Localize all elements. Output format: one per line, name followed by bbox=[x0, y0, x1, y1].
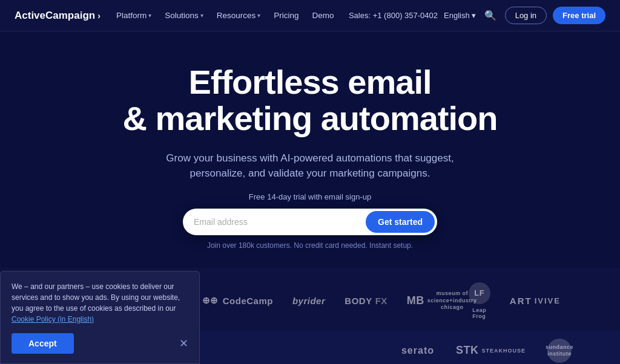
cookie-actions: Accept ✕ bbox=[12, 333, 188, 354]
nav-item-solutions[interactable]: Solutions ▾ bbox=[159, 7, 209, 24]
cookie-close-button[interactable]: ✕ bbox=[179, 337, 188, 350]
navbar: ActiveCampaign › Platform ▾ Solutions ▾ … bbox=[0, 0, 620, 31]
cookie-banner: We – and our partners – use cookies to d… bbox=[0, 271, 200, 364]
chevron-down-icon: ▾ bbox=[200, 12, 203, 19]
cookie-policy-link[interactable]: Cookie Policy (in English) bbox=[12, 315, 94, 323]
join-text: Join over 180k customers. No credit card… bbox=[12, 241, 608, 250]
cookie-text: We – and our partners – use cookies to d… bbox=[12, 281, 188, 325]
nav-links: Platform ▾ Solutions ▾ Resources ▾ Prici… bbox=[110, 7, 346, 24]
logo-arrow: › bbox=[97, 11, 101, 21]
logo-serato: serato bbox=[401, 345, 434, 356]
nav-item-demo[interactable]: Demo bbox=[306, 7, 340, 24]
nav-item-platform[interactable]: Platform ▾ bbox=[110, 7, 157, 24]
nav-right: Sales: +1 (800) 357-0402 English ▾ 🔍 Log… bbox=[349, 7, 605, 24]
logo-stk: STK STEAKHOUSE bbox=[456, 344, 526, 357]
language-selector[interactable]: English ▾ bbox=[444, 11, 476, 20]
email-form: Get started bbox=[183, 209, 437, 235]
chevron-down-icon: ▾ bbox=[148, 12, 151, 19]
get-started-button[interactable]: Get started bbox=[366, 211, 435, 233]
hero-section: Effortless email & marketing automation … bbox=[0, 31, 620, 268]
trial-label: Free 14-day trial with email sign-up bbox=[12, 192, 608, 201]
sales-number: Sales: +1 (800) 357-0402 bbox=[349, 11, 438, 20]
login-button[interactable]: Log in bbox=[505, 7, 547, 24]
logo-museum: MB museum ofscience+industrychicago bbox=[407, 290, 449, 311]
logo[interactable]: ActiveCampaign › bbox=[15, 10, 101, 22]
search-icon[interactable]: 🔍 bbox=[482, 7, 499, 24]
logo-artivive: ARTIVIVE bbox=[510, 296, 561, 306]
email-input[interactable] bbox=[194, 213, 366, 230]
hero-subtext: Grow your business with AI-powered autom… bbox=[165, 151, 455, 181]
logo-byrider: byrider bbox=[292, 296, 325, 306]
logo-codecamp: ⊕⊕CodeCamp bbox=[202, 295, 273, 306]
nav-item-pricing[interactable]: Pricing bbox=[268, 7, 305, 24]
chevron-down-icon: ▾ bbox=[472, 11, 476, 20]
cookie-accept-button[interactable]: Accept bbox=[12, 333, 74, 354]
chevron-down-icon: ▾ bbox=[257, 12, 260, 19]
nav-item-resources[interactable]: Resources ▾ bbox=[211, 7, 267, 24]
hero-headline: Effortless email & marketing automation bbox=[12, 64, 608, 137]
free-trial-button[interactable]: Free trial bbox=[553, 7, 605, 24]
logo-text: ActiveCampaign bbox=[15, 10, 95, 22]
logo-leapfrog: LF LeapFrog bbox=[469, 282, 490, 319]
logo-bodyfx: BODY FX bbox=[345, 296, 388, 306]
logo-sundance: sundanceinstitute bbox=[547, 339, 572, 363]
